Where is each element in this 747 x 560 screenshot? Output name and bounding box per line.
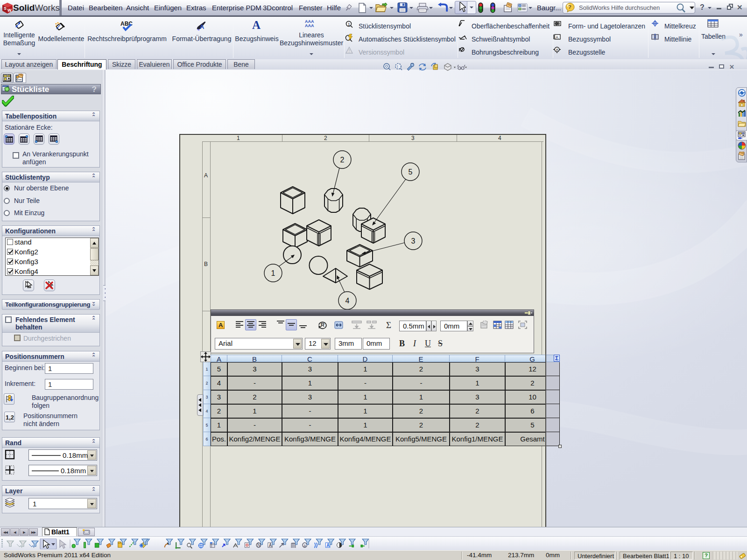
- svg-text:4: 4: [345, 297, 350, 305]
- svg-text:5: 5: [409, 168, 413, 176]
- svg-text:?: ?: [568, 4, 571, 10]
- svg-text:A: A: [326, 543, 330, 548]
- svg-text:N: N: [257, 543, 261, 548]
- svg-text:A: A: [556, 48, 559, 52]
- svg-text:A: A: [200, 23, 204, 30]
- svg-text:S: S: [4, 6, 7, 11]
- svg-text:1: 1: [348, 22, 350, 27]
- svg-text:!: !: [348, 49, 350, 54]
- svg-text:1: 1: [271, 269, 275, 277]
- svg-text:R: R: [321, 322, 324, 328]
- svg-text:!: !: [397, 64, 398, 69]
- svg-text:ABC: ABC: [120, 21, 133, 27]
- svg-text:a: a: [303, 543, 306, 548]
- svg-text:A: A: [556, 35, 558, 40]
- svg-text:2: 2: [340, 156, 345, 164]
- svg-text:A: A: [269, 543, 272, 548]
- svg-text:A: A: [252, 19, 261, 31]
- svg-text:3: 3: [411, 237, 416, 245]
- svg-text:AAA: AAA: [305, 23, 314, 28]
- svg-text:W: W: [7, 8, 12, 13]
